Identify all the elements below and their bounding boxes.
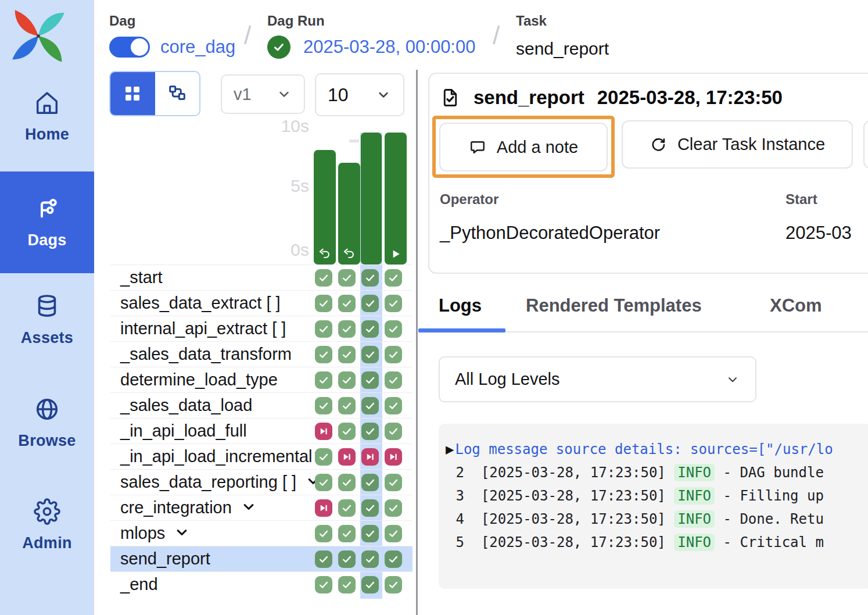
dag-name-link[interactable]: core_dag [160, 37, 235, 58]
task-instance-square-success[interactable] [338, 371, 356, 389]
clear-task-instance-label: Clear Task Instance [677, 135, 825, 154]
task-instance-square-success[interactable] [338, 295, 356, 312]
log-source-line[interactable]: ▶Log message source details: sources=["/… [446, 438, 868, 461]
task-instance-square-skipped[interactable] [315, 423, 332, 440]
task-row-determine-load-type[interactable]: determine_load_type [110, 367, 413, 392]
task-row-sales-data-load[interactable]: _sales_data_load [110, 392, 413, 418]
task-instance-square-success[interactable] [338, 499, 356, 517]
task-instance-square-success[interactable] [385, 269, 402, 287]
task-instance-square-success[interactable] [385, 423, 402, 440]
task-row-in-api-load-incremental[interactable]: _in_api_load_incremental [110, 444, 413, 469]
task-instance-square-skipped[interactable] [338, 448, 356, 466]
log-message: - Done. Retu [723, 511, 824, 527]
task-instance-square-success[interactable] [361, 397, 379, 414]
task-instance-square-skipped[interactable] [385, 448, 402, 466]
task-instance-square-success[interactable] [338, 550, 356, 568]
task-instance-square-success[interactable] [338, 474, 356, 491]
tab-logs[interactable]: Logs [439, 295, 482, 316]
sidebar-item-home[interactable]: Home [0, 81, 94, 151]
task-instance-square-success[interactable] [361, 346, 379, 363]
breadcrumb-dag-group: Dag core_dag [109, 13, 235, 58]
task-row-send-report[interactable]: send_report [110, 546, 413, 571]
log-source-text: Log message source details: sources=["/u… [455, 441, 833, 457]
task-instance-square-success[interactable] [338, 269, 356, 287]
tab-rendered-templates[interactable]: Rendered Templates [526, 295, 702, 316]
grid-view-button[interactable] [110, 72, 155, 115]
task-instance-square-success[interactable] [315, 525, 332, 542]
task-instance-square-success[interactable] [315, 474, 332, 491]
task-instance-square-success[interactable] [385, 550, 402, 568]
task-instance-square-success[interactable] [315, 269, 332, 287]
task-row-mlops[interactable]: mlops [110, 520, 413, 546]
task-instance-square-success[interactable] [315, 448, 332, 466]
dag-run-link[interactable]: 2025-03-28, 00:00:00 [303, 37, 475, 58]
sidebar-item-admin[interactable]: Admin [0, 488, 94, 562]
run-duration-bar-3[interactable] [361, 133, 382, 264]
task-row-in-api-load-full[interactable]: _in_api_load_full [110, 418, 413, 444]
task-instance-square-success[interactable] [385, 474, 402, 491]
sidebar-item-assets[interactable]: Assets [0, 284, 94, 356]
sidebar-item-dags[interactable]: Dags [0, 171, 94, 273]
run-duration-bar-1[interactable] [314, 150, 336, 264]
task-instance-square-success[interactable] [361, 499, 379, 517]
clear-task-instance-button[interactable]: Clear Task Instance [622, 120, 853, 169]
task-instance-square-success[interactable] [338, 576, 356, 593]
dag-pause-toggle[interactable] [109, 37, 150, 58]
task-instance-square-success[interactable] [361, 474, 379, 491]
panel-splitter[interactable] [416, 70, 418, 615]
task-instance-square-success[interactable] [361, 525, 379, 542]
more-actions-button[interactable] [863, 120, 868, 169]
task-instance-square-success[interactable] [361, 371, 379, 389]
task-instance-square-success[interactable] [385, 525, 402, 542]
task-instance-square-success[interactable] [315, 397, 332, 414]
task-instance-square-success[interactable] [385, 397, 402, 414]
task-instance-square-success[interactable] [315, 576, 332, 593]
task-label: Task [516, 13, 609, 29]
task-instance-square-success[interactable] [385, 576, 402, 593]
chevron-down-icon[interactable] [165, 524, 191, 542]
task-instance-square-success[interactable] [385, 295, 402, 312]
chevron-down-icon[interactable] [232, 498, 257, 517]
task-row-cre-integration[interactable]: cre_integration [110, 495, 413, 520]
task-instance-square-success[interactable] [385, 499, 402, 517]
task-instance-square-success[interactable] [315, 346, 332, 363]
tab-xcom[interactable]: XCom [770, 295, 822, 316]
task-instance-square-skipped[interactable] [361, 448, 379, 466]
task-instance-square-success[interactable] [361, 295, 379, 312]
task-instance-square-success[interactable] [361, 269, 379, 287]
task-instance-square-success[interactable] [338, 397, 356, 414]
run-limit-select[interactable]: 10 [315, 73, 404, 116]
airflow-logo-icon[interactable] [6, 3, 71, 62]
task-instance-square-success[interactable] [338, 320, 356, 338]
sidebar-item-label: Home [25, 126, 69, 144]
task-instance-square-success[interactable] [315, 371, 332, 389]
task-instance-square-success[interactable] [385, 346, 402, 363]
task-instance-square-success[interactable] [361, 423, 379, 440]
task-instance-square-success[interactable] [315, 295, 332, 312]
log-level-select[interactable]: All Log Levels [439, 356, 756, 402]
sidebar-item-browse[interactable]: Browse [0, 387, 94, 459]
task-row-sales-data-extract[interactable]: sales_data_extract [ ] [110, 290, 413, 316]
task-instance-square-success[interactable] [338, 525, 356, 542]
task-instance-square-success[interactable] [361, 320, 379, 338]
task-instance-square-success[interactable] [361, 576, 379, 593]
task-row-sales-data-transform[interactable]: _sales_data_transform [110, 341, 413, 367]
task-row-start[interactable]: _start [110, 264, 413, 290]
task-instance-square-success[interactable] [315, 320, 332, 338]
add-note-button[interactable]: Add a note [439, 123, 608, 171]
expand-triangle-icon[interactable]: ▶ [446, 441, 454, 457]
task-row-internal-api-extract[interactable]: internal_api_extract [ ] [110, 316, 413, 341]
task-row-sales-data-reporting[interactable]: sales_data_reporting [ ] [110, 469, 413, 495]
task-instance-square-success[interactable] [338, 346, 356, 363]
task-instance-square-success[interactable] [385, 320, 402, 338]
dag-version-select[interactable]: v1 [221, 74, 305, 114]
run-duration-bar-4[interactable] [385, 133, 407, 264]
task-instance-square-success[interactable] [315, 550, 332, 568]
graph-view-button[interactable] [155, 72, 200, 115]
task-instance-square-success[interactable] [338, 423, 356, 440]
task-instance-square-success[interactable] [361, 550, 379, 568]
task-row-end[interactable]: _end [110, 571, 413, 597]
task-instance-square-skipped[interactable] [315, 499, 332, 517]
run-duration-bar-2[interactable] [338, 163, 360, 264]
task-instance-square-success[interactable] [385, 371, 402, 389]
